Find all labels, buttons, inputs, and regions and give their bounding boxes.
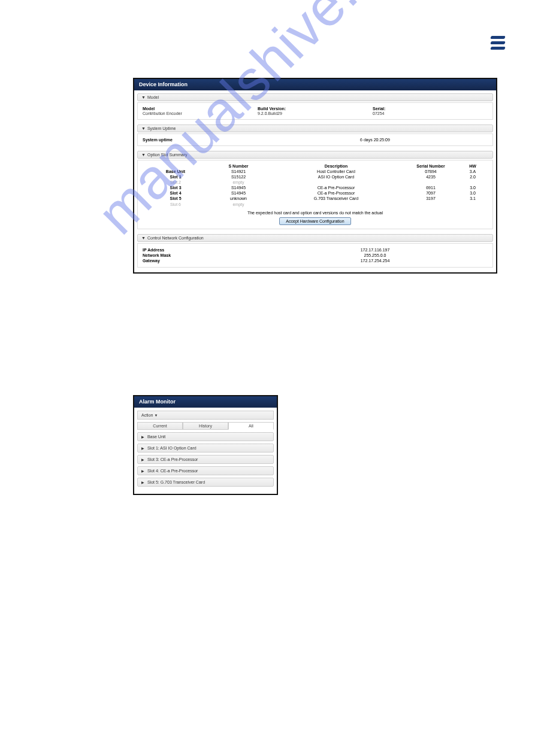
alarm-monitor-panel: Alarm Monitor Action ▼ CurrentHistoryAll… bbox=[133, 395, 278, 495]
action-label: Action bbox=[141, 413, 153, 417]
slot-table-header: S Number Description Serial Number HW bbox=[143, 164, 488, 168]
alarm-item[interactable]: ▶ Slot 5: G.703 Transceiver Card bbox=[137, 478, 274, 487]
alarm-item[interactable]: ▶ Slot 1: ASI IO Option Card bbox=[137, 444, 274, 453]
tab-history[interactable]: History bbox=[183, 422, 228, 430]
caret-down-icon: ▼ bbox=[141, 153, 146, 157]
caret-down-icon: ▼ bbox=[141, 126, 146, 130]
alarm-item-label: Slot 3: CE-a Pre-Processor bbox=[146, 457, 198, 462]
model-section-body: Model Contribution Encoder Build Version… bbox=[137, 102, 493, 120]
build-value: 9.2.0.Build29 bbox=[258, 111, 373, 116]
model-section-header[interactable]: ▼Model bbox=[137, 93, 493, 101]
caret-right-icon: ▶ bbox=[141, 469, 144, 473]
uptime-header-label: System Uptime bbox=[147, 126, 176, 130]
caret-right-icon: ▶ bbox=[141, 481, 144, 484]
alarm-item-label: Base Unit bbox=[146, 435, 165, 439]
network-row: Gateway172.17.254.254 bbox=[143, 258, 488, 263]
caret-right-icon: ▶ bbox=[141, 435, 144, 439]
model-label: Model bbox=[143, 107, 258, 111]
ericsson-logo-icon bbox=[491, 36, 505, 55]
alarm-item[interactable]: ▶ Slot 4: CE-a Pre-Processor bbox=[137, 466, 274, 475]
table-row: Slot 2empty bbox=[143, 180, 488, 185]
table-row: Slot 1S15122ASI IO Option Card42352.0 bbox=[143, 174, 488, 180]
table-row: Base UnitS14921Host Controller Card07894… bbox=[143, 169, 488, 174]
caret-right-icon: ▶ bbox=[141, 447, 144, 450]
device-info-title: Device Information bbox=[134, 79, 496, 90]
alarm-monitor-title: Alarm Monitor bbox=[134, 396, 277, 408]
build-label: Build Version: bbox=[258, 107, 373, 111]
action-menu[interactable]: Action ▼ bbox=[137, 411, 274, 420]
alarm-item-label: Slot 4: CE-a Pre-Processor bbox=[146, 469, 198, 473]
model-header-label: Model bbox=[147, 95, 159, 99]
alarm-item[interactable]: ▶ Slot 3: CE-a Pre-Processor bbox=[137, 455, 274, 464]
chevron-down-icon: ▼ bbox=[154, 414, 158, 417]
slot-note: The expected host card and option card v… bbox=[143, 211, 488, 215]
serial-value: 07254 bbox=[373, 111, 488, 116]
serial-label: Serial: bbox=[373, 107, 488, 111]
uptime-value: 6 days 20:25:09 bbox=[262, 138, 488, 142]
uptime-label: System uptime bbox=[143, 138, 262, 142]
tab-all[interactable]: All bbox=[228, 422, 274, 430]
device-information-panel: Device Information ▼Model Model Contribu… bbox=[133, 78, 497, 274]
caret-down-icon: ▼ bbox=[141, 95, 146, 99]
table-row: Slot 5unknownG.703 Transceiver Card31973… bbox=[143, 196, 488, 201]
network-section-body: IP Address172.17.116.197Network Mask255.… bbox=[137, 243, 493, 268]
uptime-section-body: System uptime 6 days 20:25:09 bbox=[137, 133, 493, 146]
slot-section-body: S Number Description Serial Number HW Ba… bbox=[137, 160, 493, 229]
network-row: Network Mask255.255.0.0 bbox=[143, 253, 488, 258]
table-row: Slot 3S14945CE-a Pre-Processor69113.0 bbox=[143, 185, 488, 190]
uptime-section-header[interactable]: ▼System Uptime bbox=[137, 125, 493, 132]
slot-section-header[interactable]: ▼Option Slot Summary bbox=[137, 151, 493, 159]
network-row: IP Address172.17.116.197 bbox=[143, 247, 488, 253]
accept-hardware-button[interactable]: Accept Hardware Configuration bbox=[279, 217, 350, 225]
model-value: Contribution Encoder bbox=[143, 111, 258, 116]
table-row: Slot 6empty bbox=[143, 202, 488, 207]
network-section-header[interactable]: ▼Control Network Configuration bbox=[137, 234, 493, 242]
alarm-item-label: Slot 1: ASI IO Option Card bbox=[146, 446, 197, 450]
alarm-item-label: Slot 5: G.703 Transceiver Card bbox=[146, 480, 205, 484]
alarm-item[interactable]: ▶ Base Unit bbox=[137, 432, 274, 441]
tab-current[interactable]: Current bbox=[137, 422, 183, 430]
table-row: Slot 4S14945CE-a Pre-Processor70973.0 bbox=[143, 190, 488, 196]
network-header-label: Control Network Configuration bbox=[147, 236, 204, 240]
alarm-tabs: CurrentHistoryAll bbox=[137, 422, 274, 430]
slot-header-label: Option Slot Summary bbox=[147, 153, 188, 157]
caret-right-icon: ▶ bbox=[141, 458, 144, 462]
caret-down-icon: ▼ bbox=[141, 236, 146, 240]
